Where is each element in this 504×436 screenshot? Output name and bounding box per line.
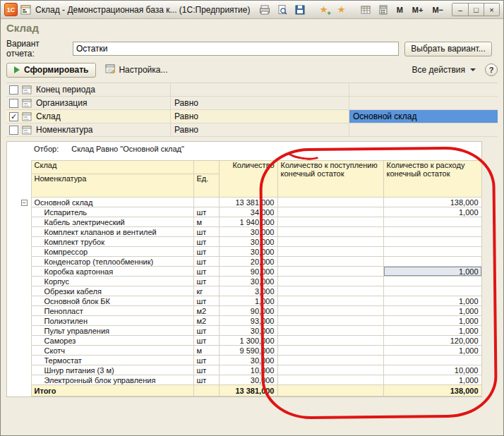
cell-incoming[interactable]	[277, 306, 383, 316]
cell-name[interactable]: Конденсатор (теплообменник)	[31, 257, 193, 267]
cell-qty[interactable]: 34,000	[219, 207, 277, 217]
cell-outgoing[interactable]: 1,000	[383, 296, 481, 306]
cell-outgoing[interactable]: 1,000	[383, 316, 481, 326]
cell-outgoing[interactable]	[383, 247, 481, 257]
memory-m-plus-button[interactable]: M+	[409, 3, 427, 17]
cell-unit[interactable]: шт	[193, 277, 219, 286]
cell-unit[interactable]: шт	[193, 296, 219, 306]
cell-incoming[interactable]	[277, 356, 383, 365]
cell-qty[interactable]: 30,000	[219, 247, 277, 257]
filter-condition-cell[interactable]: Равно	[170, 123, 349, 136]
cell-qty[interactable]: 13 381,000	[219, 385, 277, 396]
col-header-item[interactable]: Номенклатура	[31, 174, 193, 198]
cell-unit[interactable]: шт	[193, 356, 219, 365]
cell-unit[interactable]: шт	[193, 267, 219, 277]
cell-unit[interactable]: м	[193, 217, 219, 227]
calculator-icon[interactable]	[376, 3, 391, 17]
filter-checkbox[interactable]	[9, 85, 18, 95]
cell-outgoing[interactable]	[383, 227, 481, 237]
cell-name[interactable]: Основной блок БК	[31, 296, 193, 306]
cell-incoming[interactable]	[277, 267, 383, 277]
cell-outgoing[interactable]	[383, 356, 481, 365]
cell-incoming[interactable]	[277, 346, 383, 356]
favorites-add-icon[interactable]: ★+	[316, 3, 332, 17]
filter-value-cell[interactable]	[349, 83, 498, 96]
cell-name[interactable]: Саморез	[31, 336, 193, 346]
cell-name[interactable]: Пульт управления	[31, 326, 193, 336]
print-icon[interactable]	[257, 3, 272, 17]
save-icon[interactable]	[292, 3, 308, 17]
cell-outgoing[interactable]	[383, 277, 481, 286]
memory-m-button[interactable]: M	[393, 3, 407, 17]
cell-name[interactable]: Шнур питания (3 м)	[31, 365, 193, 375]
cell-qty[interactable]: 9 590,000	[219, 346, 277, 356]
cell-outgoing[interactable]: 1,000	[383, 346, 481, 356]
col-header-unit-top[interactable]	[193, 161, 219, 174]
cell-name[interactable]: Основной склад	[31, 198, 193, 207]
cell-unit[interactable]	[193, 385, 219, 396]
cell-incoming[interactable]	[277, 286, 383, 296]
cell-outgoing[interactable]: 1,000	[383, 375, 481, 385]
cell-incoming[interactable]	[277, 217, 383, 227]
filter-row[interactable]: Конец периода	[6, 83, 498, 97]
cell-qty[interactable]: 13 381,000	[219, 198, 277, 207]
cell-unit[interactable]	[193, 198, 219, 207]
cell-qty[interactable]: 3,000	[219, 286, 277, 296]
cell-name[interactable]: Полиэтилен	[31, 316, 193, 326]
cell-unit[interactable]: шт	[193, 227, 219, 237]
cell-qty[interactable]: 30,000	[219, 277, 277, 286]
cell-name[interactable]: Обрезки кабеля	[31, 286, 193, 296]
cell-name[interactable]: Корпус	[31, 277, 193, 286]
cell-unit[interactable]: шт	[193, 365, 219, 375]
cell-incoming[interactable]	[277, 326, 383, 336]
cell-incoming[interactable]	[277, 198, 383, 207]
col-header-group[interactable]: Склад	[31, 161, 193, 174]
filter-value-cell[interactable]	[349, 123, 498, 136]
cell-qty[interactable]: 30,000	[219, 237, 277, 247]
cell-outgoing-active[interactable]: 1,000	[383, 267, 481, 277]
cell-outgoing[interactable]: 1,000	[383, 306, 481, 316]
cell-incoming[interactable]	[277, 365, 383, 375]
filter-condition-cell[interactable]	[170, 83, 349, 96]
filter-row[interactable]: ОрганизацияРавно	[6, 97, 498, 110]
cell-outgoing[interactable]	[383, 286, 481, 296]
cell-qty[interactable]: 30,000	[219, 375, 277, 385]
filter-value-cell[interactable]	[349, 97, 498, 109]
choose-variant-button[interactable]: Выбрать вариант...	[404, 42, 492, 56]
cell-name[interactable]: Испаритель	[31, 207, 193, 217]
cell-qty[interactable]: 30,000	[219, 227, 277, 237]
cell-name[interactable]: Коробка картонная	[31, 267, 193, 277]
cell-unit[interactable]: шт	[193, 336, 219, 346]
cell-qty[interactable]: 90,000	[219, 267, 277, 277]
cell-qty[interactable]: 93,000	[219, 316, 277, 326]
cell-incoming[interactable]	[277, 277, 383, 286]
cell-name[interactable]: Комплект клапанов и вентилей	[31, 227, 193, 237]
cell-name[interactable]: Компрессор	[31, 247, 193, 257]
cell-name[interactable]: Термостат	[31, 356, 193, 365]
filter-condition-cell[interactable]: Равно	[170, 97, 349, 109]
cell-outgoing[interactable]: 138,000	[383, 198, 481, 207]
filter-checkbox-checked[interactable]: ✓	[9, 112, 18, 121]
cell-incoming[interactable]	[277, 296, 383, 306]
cell-unit[interactable]: шт	[193, 257, 219, 267]
cell-unit[interactable]: шт	[193, 247, 219, 257]
col-header-incoming[interactable]: Количество к поступлению конечный остато…	[277, 161, 383, 198]
filter-row[interactable]: НоменклатураРавно	[6, 123, 498, 137]
cell-unit[interactable]: шт	[193, 237, 219, 247]
cell-name[interactable]: Пенопласт	[31, 306, 193, 316]
variant-input[interactable]	[73, 42, 399, 56]
collapse-expander-icon[interactable]: −	[21, 200, 28, 206]
cell-outgoing[interactable]: 120,000	[383, 336, 481, 346]
cell-qty[interactable]: 20,000	[219, 257, 277, 267]
table-icon[interactable]	[358, 3, 373, 17]
settings-button[interactable]: Настройка...	[102, 62, 171, 78]
cell-outgoing[interactable]	[383, 257, 481, 267]
cell-unit[interactable]: м2	[193, 316, 219, 326]
favorites-icon[interactable]: ★	[334, 3, 349, 17]
col-header-unit[interactable]: Ед.	[193, 174, 219, 198]
cell-outgoing[interactable]: 1,000	[383, 326, 481, 336]
all-actions-button[interactable]: Все действия	[409, 63, 479, 77]
cell-unit[interactable]: м	[193, 346, 219, 356]
cell-incoming[interactable]	[277, 316, 383, 326]
cell-qty[interactable]: 1 300,000	[219, 336, 277, 346]
